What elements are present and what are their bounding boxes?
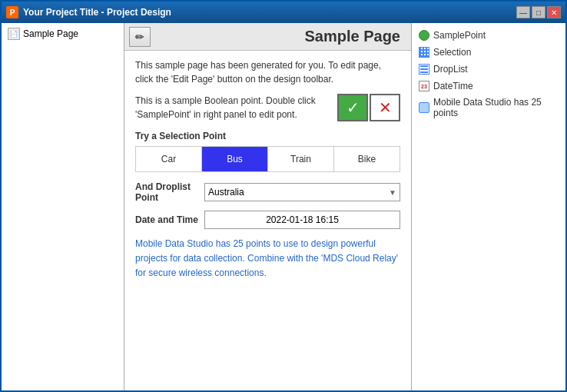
rp-label-mobile: Mobile Data Studio has 25 points [433, 97, 559, 118]
edit-icon: ✏ [135, 31, 144, 43]
sidebar-item-label: Sample Page [23, 28, 78, 39]
app-icon: P [6, 6, 18, 18]
selection-car[interactable]: Car [136, 147, 202, 171]
datetime-label: Date and Time [135, 214, 204, 225]
maximize-button[interactable]: □ [532, 6, 545, 18]
window-title: Your Project Title - Project Design [23, 7, 512, 18]
rp-item-samplepoint[interactable]: SamplePoint [416, 28, 561, 43]
boolean-yes-button[interactable]: ✓ [337, 94, 368, 121]
sidebar-item-sample-page[interactable]: 📄 Sample Page [5, 26, 121, 42]
chevron-down-icon: ▼ [389, 188, 396, 197]
droplist-row: And Droplist Point Australia ▼ [135, 181, 400, 203]
main-layout: 📄 Sample Page ✏ Sample Page This sample … [2, 23, 565, 390]
right-panel: SamplePoint Selection DropList [412, 23, 565, 390]
sidebar: 📄 Sample Page [2, 23, 124, 390]
title-bar: P Your Project Title - Project Design — … [2, 2, 565, 23]
rp-label-samplepoint: SamplePoint [433, 30, 486, 41]
calendar-icon: 23 [418, 80, 430, 92]
rp-item-droplist[interactable]: DropList [416, 61, 561, 77]
close-button[interactable]: ✕ [547, 6, 561, 18]
selection-buttons: Car Bus Train Bike [135, 146, 400, 172]
selection-bike[interactable]: Bike [334, 147, 400, 171]
datetime-input-container [204, 211, 400, 229]
content-toolbar: ✏ Sample Page [124, 23, 411, 51]
description-1: This sample page has been generated for … [135, 58, 400, 86]
selection-bus[interactable]: Bus [202, 147, 268, 171]
selection-train[interactable]: Train [268, 147, 334, 171]
rp-item-mobile[interactable]: Mobile Data Studio has 25 points [416, 95, 561, 120]
minimize-button[interactable]: — [516, 6, 530, 18]
selection-label: Try a Selection Point [135, 131, 400, 141]
main-window: P Your Project Title - Project Design — … [0, 0, 567, 392]
datetime-field[interactable] [204, 211, 400, 229]
rp-label-datetime: DateTime [433, 81, 473, 91]
list-icon [418, 63, 430, 75]
rp-item-datetime[interactable]: 23 DateTime [416, 78, 561, 94]
droplist-value: Australia [208, 187, 244, 198]
edit-page-button[interactable]: ✏ [129, 27, 151, 47]
promo-text: Mobile Data Studio has 25 points to use … [135, 237, 400, 281]
grid-icon [418, 46, 430, 58]
droplist-input: Australia ▼ [204, 183, 400, 201]
content-area: ✏ Sample Page This sample page has been … [124, 23, 412, 390]
window-controls: — □ ✕ [516, 6, 561, 18]
droplist-dropdown[interactable]: Australia ▼ [204, 183, 400, 201]
page-icon: 📄 [8, 28, 20, 40]
droplist-label: And Droplist Point [135, 181, 204, 203]
mobile-icon [418, 101, 430, 114]
boolean-buttons: ✓ ✕ [337, 94, 400, 121]
datetime-row: Date and Time [135, 211, 400, 229]
rp-label-droplist: DropList [433, 64, 468, 75]
rp-item-selection[interactable]: Selection [416, 45, 561, 60]
boolean-section: This is a sample Boolean point. Double c… [135, 94, 400, 121]
boolean-no-button[interactable]: ✕ [370, 94, 400, 121]
green-circle-icon [418, 29, 430, 42]
content-body: This sample page has been generated for … [124, 51, 411, 390]
boolean-description: This is a sample Boolean point. Double c… [135, 94, 330, 121]
rp-label-selection: Selection [433, 47, 471, 58]
page-title: Sample Page [155, 28, 406, 45]
